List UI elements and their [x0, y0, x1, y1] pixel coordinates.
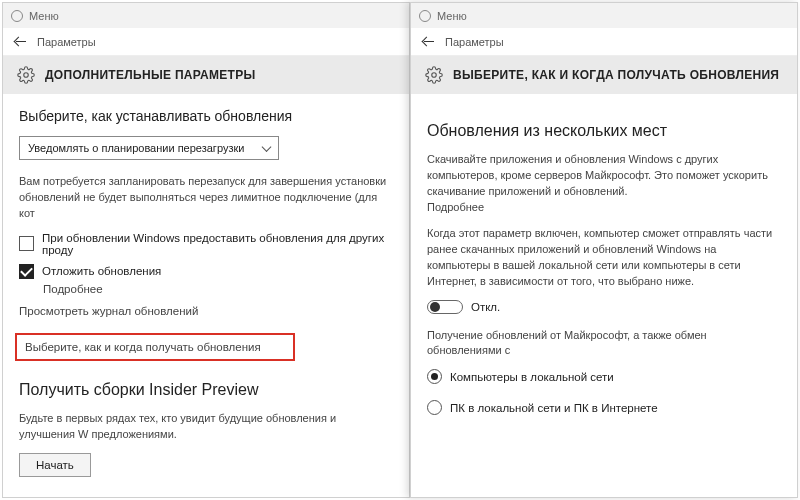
learn-more-link[interactable]: Подробнее — [43, 283, 393, 295]
svg-point-0 — [24, 73, 29, 78]
settings-window-advanced: Меню Параметры ДОПОЛНИТЕЛЬНЫЕ ПАРАМЕТРЫ … — [2, 2, 410, 498]
breadcrumb[interactable]: Параметры — [37, 36, 96, 48]
page-title: ВЫБЕРИТЕ, КАК И КОГДА ПОЛУЧАТЬ ОБНОВЛЕНИ… — [453, 68, 779, 82]
section-heading-insider: Получить сборки Insider Preview — [19, 381, 393, 399]
settings-window-delivery: Меню Параметры ВЫБЕРИТЕ, КАК И КОГДА ПОЛ… — [410, 2, 798, 498]
checkbox-defer-updates[interactable]: Отложить обновления — [19, 264, 393, 279]
page-header: ДОПОЛНИТЕЛЬНЫЕ ПАРАМЕТРЫ — [3, 56, 409, 94]
delivery-optimization-link[interactable]: Выберите, как и когда получать обновлени… — [15, 333, 295, 361]
source-description: Получение обновлений от Майкрософт, а та… — [427, 328, 781, 360]
radio-icon — [427, 400, 442, 415]
insider-description: Будьте в первых рядах тех, кто увидит бу… — [19, 411, 393, 443]
breadcrumb[interactable]: Параметры — [445, 36, 504, 48]
multi-description-1: Скачивайте приложения и обновления Windo… — [427, 152, 781, 216]
svg-point-1 — [432, 73, 437, 78]
titlebar[interactable]: Меню — [411, 3, 797, 28]
checkbox-label: Отложить обновления — [42, 265, 161, 277]
radio-label: Компьютеры в локальной сети — [450, 371, 614, 383]
radio-icon-checked — [427, 369, 442, 384]
radio-label: ПК в локальной сети и ПК в Интернете — [450, 402, 658, 414]
section-heading-install: Выберите, как устанавливать обновления — [19, 108, 393, 124]
install-description: Вам потребуется запланировать перезапуск… — [19, 174, 393, 222]
page-header: ВЫБЕРИТЕ, КАК И КОГДА ПОЛУЧАТЬ ОБНОВЛЕНИ… — [411, 56, 797, 94]
content: Выберите, как устанавливать обновления У… — [3, 94, 409, 491]
titlebar-text: Меню — [29, 10, 59, 22]
start-button[interactable]: Начать — [19, 453, 91, 477]
toggle-thumb — [430, 302, 440, 312]
install-mode-select[interactable]: Уведомлять о планировании перезагрузки — [19, 136, 279, 160]
learn-more-link[interactable]: Подробнее — [427, 201, 484, 213]
back-bar: Параметры — [3, 28, 409, 56]
content: Обновления из нескольких мест Скачивайте… — [411, 94, 797, 437]
toggle-track — [427, 300, 463, 314]
back-icon[interactable] — [421, 35, 435, 49]
app-icon — [419, 10, 431, 22]
multi-description-2: Когда этот параметр включен, компьютер с… — [427, 226, 781, 290]
select-value: Уведомлять о планировании перезагрузки — [28, 142, 244, 154]
radio-local-only[interactable]: Компьютеры в локальной сети — [427, 369, 781, 384]
page-title: ДОПОЛНИТЕЛЬНЫЕ ПАРАМЕТРЫ — [45, 68, 256, 82]
gear-icon — [425, 66, 443, 84]
update-history-link[interactable]: Просмотреть журнал обновлений — [19, 305, 393, 317]
radio-local-and-internet[interactable]: ПК в локальной сети и ПК в Интернете — [427, 400, 781, 415]
section-heading-multi: Обновления из нескольких мест — [427, 122, 781, 140]
checkbox-other-products[interactable]: При обновлении Windows предоставить обно… — [19, 232, 393, 256]
titlebar[interactable]: Меню — [3, 3, 409, 28]
titlebar-text: Меню — [437, 10, 467, 22]
checkbox-label: При обновлении Windows предоставить обно… — [42, 232, 393, 256]
back-bar: Параметры — [411, 28, 797, 56]
multi-source-toggle[interactable]: Откл. — [427, 300, 781, 314]
checkbox-icon — [19, 236, 34, 251]
gear-icon — [17, 66, 35, 84]
app-icon — [11, 10, 23, 22]
checkbox-icon-checked — [19, 264, 34, 279]
back-icon[interactable] — [13, 35, 27, 49]
toggle-label: Откл. — [471, 301, 500, 313]
